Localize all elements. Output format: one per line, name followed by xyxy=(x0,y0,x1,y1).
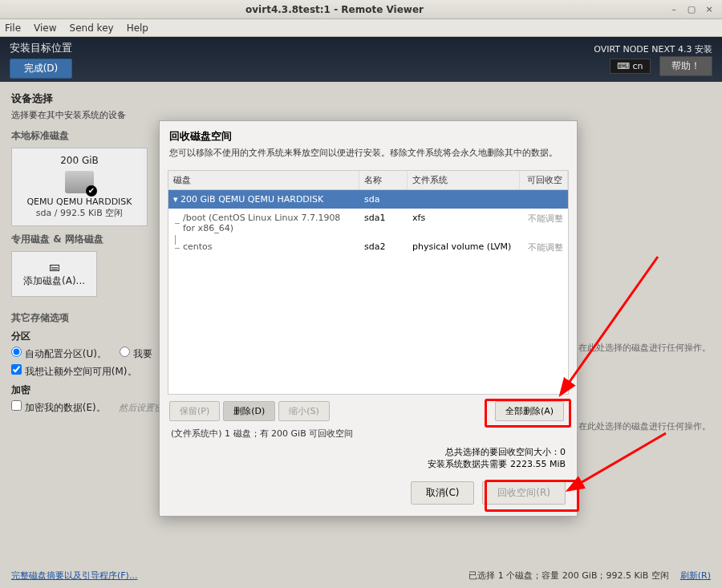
shrink-button[interactable]: 缩小(S) xyxy=(278,401,330,421)
disk-item[interactable]: 200 GiB QEMU QEMU HARDDISK sda / 992.5 K… xyxy=(11,148,148,226)
col-fs[interactable]: 文件系统 xyxy=(408,171,520,189)
page-title: 安装目标位置 xyxy=(10,41,72,55)
harddisk-icon xyxy=(65,171,94,193)
no-op-hint-2: 在此处选择的磁盘进行任何操作。 xyxy=(578,420,711,432)
done-button[interactable]: 完成(D) xyxy=(10,59,72,79)
col-name[interactable]: 名称 xyxy=(359,171,408,189)
footer-bar: 完整磁盘摘要以及引导程序(F)... 已选择 1 个磁盘；容量 200 GiB；… xyxy=(11,570,711,582)
device-select-heading: 设备选择 xyxy=(11,91,711,106)
menu-file[interactable]: File xyxy=(5,22,21,34)
installer-header: 安装目标位置 完成(D) OVIRT NODE NEXT 4.3 安装 ⌨ cn… xyxy=(0,37,722,82)
table-row[interactable]: ▾ 200 GiB QEMU QEMU HARDDISK sda xyxy=(168,190,568,209)
col-reclaim[interactable]: 可回收空 xyxy=(520,171,568,189)
disk-table: 磁盘 名称 文件系统 可回收空 ▾ 200 GiB QEMU QEMU HARD… xyxy=(168,170,569,395)
dialog-summary: (文件系统中) 1 磁盘；有 200 GiB 可回收空间 xyxy=(160,428,577,446)
cancel-button[interactable]: 取消(C) xyxy=(411,481,475,505)
add-disk-button[interactable]: 🖴 添加磁盘(A)... xyxy=(11,251,97,297)
col-disk[interactable]: 磁盘 xyxy=(168,171,359,189)
menu-sendkey[interactable]: Send key xyxy=(70,22,114,34)
auto-partition-radio[interactable]: 自动配置分区(U)。 xyxy=(11,348,107,359)
reclaim-dialog: 回收磁盘空间 您可以移除不使用的文件系统来释放空间以便进行安装。移除文件系统将会… xyxy=(159,120,578,517)
total-selected: 总共选择的要回收空间大小：0 xyxy=(171,446,566,458)
menu-help[interactable]: Help xyxy=(127,22,148,34)
close-icon[interactable]: × xyxy=(703,3,716,16)
preserve-button[interactable]: 保留(P) xyxy=(169,401,220,421)
menu-view[interactable]: View xyxy=(34,22,56,34)
table-row[interactable]: centos sda2 physical volume (LVM) 不能调整 xyxy=(168,237,568,258)
maximize-icon[interactable]: ▢ xyxy=(685,3,698,16)
reclaim-checkbox[interactable]: 我想让额外空间可用(M)。 xyxy=(11,366,137,377)
product-label: OVIRT NODE NEXT 4.3 安装 xyxy=(594,43,712,55)
device-select-hint: 选择要在其中安装系统的设备 xyxy=(11,109,711,121)
reclaim-button[interactable]: 回收空间(R) xyxy=(482,481,566,505)
delete-button[interactable]: 删除(D) xyxy=(223,401,275,421)
encrypt-checkbox[interactable]: 加密我的数据(E)。 xyxy=(11,402,106,413)
required-space: 安装系统数据共需要 2223.55 MiB xyxy=(171,458,566,470)
no-op-hint-1: 在此处选择的磁盘进行任何操作。 xyxy=(578,342,711,354)
keyboard-indicator[interactable]: ⌨ cn xyxy=(610,59,650,74)
dialog-desc: 您可以移除不使用的文件系统来释放空间以便进行安装。移除文件系统将会永久地删除其中… xyxy=(169,147,567,159)
refresh-link[interactable]: 刷新(R) xyxy=(680,570,711,581)
disk-model: QEMU QEMU HARDDISK xyxy=(18,197,140,207)
manual-partition-radio[interactable]: 我要 xyxy=(120,348,152,359)
window-titlebar: ovirt4.3.8test:1 - Remote Viewer – ▢ × xyxy=(0,0,722,19)
dialog-title: 回收磁盘空间 xyxy=(169,129,567,144)
menubar: File View Send key Help xyxy=(0,19,722,37)
window-title: ovirt4.3.8test:1 - Remote Viewer xyxy=(6,4,663,15)
disk-size: 200 GiB xyxy=(18,155,140,166)
delete-all-button[interactable]: 全部删除(A) xyxy=(495,401,564,421)
disk-summary-link[interactable]: 完整磁盘摘要以及引导程序(F)... xyxy=(11,570,137,582)
selection-status: 已选择 1 个磁盘；容量 200 GiB；992.5 KiB 空闲 xyxy=(468,570,668,581)
table-row[interactable]: /boot (CentOS Linux Linux 7.7.1908 for x… xyxy=(168,209,568,237)
add-disk-icon: 🖴 xyxy=(23,260,85,273)
disk-free: sda / 992.5 KiB 空闲 xyxy=(18,207,140,219)
help-button[interactable]: 帮助！ xyxy=(659,56,712,76)
add-disk-label: 添加磁盘(A)... xyxy=(23,275,85,286)
minimize-icon[interactable]: – xyxy=(667,3,680,16)
